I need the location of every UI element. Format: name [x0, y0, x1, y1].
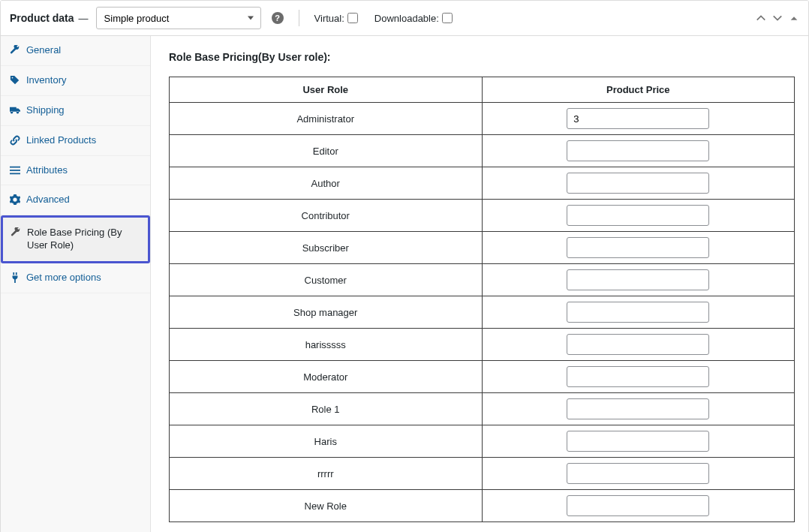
price-input[interactable]: [567, 237, 709, 258]
panel-collapse-icon[interactable]: [789, 13, 799, 23]
role-cell: Subscriber: [170, 232, 483, 264]
panel-title: Product data: [10, 12, 74, 24]
col-product-price: Product Price: [482, 77, 795, 103]
gear-icon: [10, 194, 20, 205]
table-row: Haris: [170, 425, 795, 458]
virtual-checkbox-group: Virtual:: [314, 13, 358, 24]
sidebar-item-linked-products[interactable]: Linked Products: [1, 126, 150, 156]
table-header-row: User Role Product Price: [170, 77, 795, 103]
price-input[interactable]: [567, 140, 709, 161]
price-cell: [482, 135, 795, 167]
downloadable-label: Downloadable:: [374, 13, 439, 24]
table-row: Author: [170, 167, 795, 200]
downloadable-checkbox-group: Downloadable:: [374, 13, 453, 24]
panel-dash: —: [79, 13, 89, 24]
sidebar-item-attributes[interactable]: Attributes: [1, 156, 150, 186]
price-input[interactable]: [567, 398, 709, 419]
price-cell: [482, 232, 795, 264]
price-input[interactable]: [567, 269, 709, 290]
role-cell: Moderator: [170, 361, 483, 393]
link-icon: [10, 135, 20, 146]
price-cell: [482, 361, 795, 393]
list-icon: [10, 165, 20, 176]
wrench-icon: [11, 227, 21, 238]
price-input[interactable]: [567, 431, 709, 452]
price-cell: [482, 425, 795, 458]
sidebar-item-label: Advanced: [26, 194, 70, 206]
sidebar-item-general[interactable]: General: [1, 36, 150, 66]
price-cell: [482, 167, 795, 200]
role-cell: Shop manager: [170, 296, 483, 329]
price-cell: [482, 490, 795, 522]
role-cell: New Role: [170, 490, 483, 522]
role-cell: Contributor: [170, 200, 483, 232]
pricing-table: User Role Product Price AdministratorEdi…: [169, 77, 795, 522]
role-cell: Administrator: [170, 103, 483, 135]
product-type-select[interactable]: Simple product: [96, 7, 261, 29]
price-input[interactable]: [567, 173, 709, 194]
role-cell: Role 1: [170, 393, 483, 425]
sidebar-item-label: Role Base Pricing (By User Role): [27, 227, 140, 252]
svg-rect-2: [10, 173, 20, 174]
sidebar-item-label: Shipping: [26, 104, 65, 117]
price-cell: [482, 296, 795, 329]
table-row: Role 1: [170, 393, 795, 425]
svg-rect-1: [10, 170, 20, 171]
panel-header: Product data — Simple product ? Virtual:…: [1, 1, 808, 36]
virtual-checkbox[interactable]: [347, 13, 358, 23]
main-content: Role Base Pricing(By User role): User Ro…: [151, 36, 808, 532]
wrench-icon: [10, 45, 20, 56]
price-input[interactable]: [567, 366, 709, 387]
role-cell: Author: [170, 167, 483, 200]
table-row: New Role: [170, 490, 795, 522]
product-data-panel: Product data — Simple product ? Virtual:…: [0, 0, 809, 532]
tag-icon: [10, 75, 20, 86]
price-input[interactable]: [567, 302, 709, 323]
table-row: Shop manager: [170, 296, 795, 329]
virtual-label: Virtual:: [314, 13, 344, 24]
sidebar-item-shipping[interactable]: Shipping: [1, 96, 150, 126]
sidebar-item-inventory[interactable]: Inventory: [1, 66, 150, 96]
table-row: Editor: [170, 135, 795, 167]
price-cell: [482, 393, 795, 425]
table-row: rrrrr: [170, 458, 795, 490]
sidebar-item-get-more-options[interactable]: Get more options: [1, 263, 150, 293]
role-cell: harisssss: [170, 329, 483, 361]
panel-body: General Inventory Shipping Linked Produc…: [1, 36, 808, 532]
panel-move-down-icon[interactable]: [772, 13, 783, 23]
role-cell: rrrrr: [170, 458, 483, 490]
price-cell: [482, 458, 795, 490]
truck-icon: [10, 105, 20, 116]
sidebar-item-advanced[interactable]: Advanced: [1, 185, 150, 215]
downloadable-checkbox[interactable]: [442, 13, 453, 23]
table-row: harisssss: [170, 329, 795, 361]
sidebar-item-label: General: [26, 44, 61, 57]
price-input[interactable]: [567, 495, 709, 516]
sidebar-item-label: Linked Products: [26, 134, 96, 147]
help-icon[interactable]: ?: [272, 12, 284, 24]
price-cell: [482, 329, 795, 361]
plug-icon: [10, 272, 20, 283]
table-row: Administrator: [170, 103, 795, 135]
price-input[interactable]: [567, 108, 709, 129]
product-type-select-wrap: Simple product: [96, 7, 261, 29]
col-user-role: User Role: [170, 77, 483, 103]
sidebar-item-label: Get more options: [26, 272, 101, 284]
sidebar: General Inventory Shipping Linked Produc…: [1, 36, 151, 532]
table-row: Subscriber: [170, 232, 795, 264]
price-input[interactable]: [567, 205, 709, 226]
sidebar-item-label: Attributes: [26, 164, 68, 177]
table-row: Customer: [170, 264, 795, 296]
role-cell: Customer: [170, 264, 483, 296]
sidebar-item-role-base-pricing[interactable]: Role Base Pricing (By User Role): [1, 215, 150, 263]
price-cell: [482, 264, 795, 296]
section-title: Role Base Pricing(By User role):: [169, 51, 795, 63]
header-divider: [299, 10, 299, 26]
role-cell: Editor: [170, 135, 483, 167]
price-input[interactable]: [567, 334, 709, 355]
price-input[interactable]: [567, 463, 709, 484]
price-cell: [482, 103, 795, 135]
panel-move-up-icon[interactable]: [756, 13, 766, 23]
price-cell: [482, 200, 795, 232]
sidebar-item-label: Inventory: [26, 74, 66, 87]
